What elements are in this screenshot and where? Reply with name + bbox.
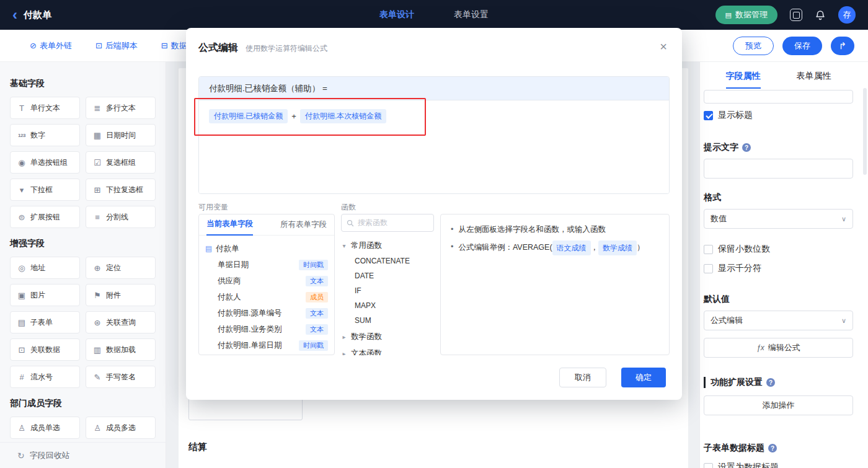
function-item[interactable]: IF (341, 283, 434, 298)
field-recycle-bin[interactable]: ↻ 字段回收站 (0, 442, 166, 468)
functions-label: 函数 (341, 202, 356, 213)
palette-field-item[interactable]: ▤ 子表单 (10, 311, 80, 333)
script-icon: ⊡ (95, 41, 102, 50)
variable-item[interactable]: 供应商 文本 (205, 273, 328, 289)
keep-decimals-checkbox[interactable] (704, 245, 713, 254)
palette-field-item[interactable]: ⚑ 附件 (86, 284, 156, 306)
palette-field-item[interactable]: ≣ 多行文本 (86, 97, 156, 119)
tab-all-form-fields[interactable]: 所有表单字段 (280, 214, 327, 236)
palette-section: 基础字段 T 单行文本 ≣ 多行文本 123 数字 ▦ 日期时间 ◉ 单选按钮组… (10, 78, 156, 228)
field-type-label: 数字 (30, 130, 45, 141)
palette-field-item[interactable]: ✎ 手写签名 (86, 366, 156, 388)
variable-item[interactable]: 单据日期 时间戳 (205, 257, 328, 273)
field-type-icon: 123 (16, 133, 28, 138)
tab-current-form-fields[interactable]: 当前表单字段 (206, 214, 253, 236)
tab-form-properties[interactable]: 表单属性 (797, 71, 831, 89)
confirm-button[interactable]: 确定 (621, 368, 666, 387)
palette-field-item[interactable]: ◉ 单选按钮组 (10, 151, 80, 174)
palette-field-item[interactable]: ♙ 成员多选 (86, 417, 156, 439)
palette-field-item[interactable]: ⊞ 下拉复选框 (86, 179, 156, 201)
variable-list: ▤ 付款单 单据日期 时间戳 供应商 文本 付款人 成员 付款明细.源单编号 文… (199, 236, 334, 353)
field-type-icon: ⊛ (91, 318, 104, 327)
back-icon[interactable]: ‹ (12, 7, 17, 22)
function-item[interactable]: MAPX (341, 298, 434, 313)
save-button[interactable]: 保存 (782, 37, 822, 55)
palette-field-item[interactable]: # 流水号 (10, 366, 80, 388)
help-question-icon[interactable]: ? (742, 143, 751, 152)
field-type-badge: 时间戳 (299, 260, 328, 270)
tab-form-design[interactable]: 表单设计 (379, 9, 414, 20)
palette-field-item[interactable]: ▣ 图片 (10, 284, 80, 306)
field-type-icon: ⊡ (16, 345, 28, 355)
palette-field-item[interactable]: ⊜ 扩展按钮 (10, 206, 80, 228)
form-external-link[interactable]: ⊘表单外链 (30, 40, 72, 51)
tab-field-properties[interactable]: 字段属性 (726, 71, 761, 89)
thousand-sep-checkbox[interactable] (704, 264, 713, 273)
palette-field-item[interactable]: ⊕ 定位 (86, 257, 156, 279)
function-item[interactable]: DATE (341, 268, 434, 283)
formula-input-area[interactable]: 付款明细.已核销金额+付款明细.本次核销金额 (199, 100, 669, 193)
bullet-icon: • (451, 241, 453, 253)
backend-script-link[interactable]: ⊡后端脚本 (95, 40, 138, 51)
palette-field-item[interactable]: ☑ 复选框组 (86, 151, 156, 174)
variables-panel: 当前表单字段 所有表单字段 ▤ 付款单 单据日期 时间戳 供应商 文本 付款人 … (198, 214, 335, 355)
function-item[interactable]: SUM (341, 313, 434, 328)
avatar[interactable]: 存 (838, 6, 856, 24)
function-group[interactable]: ▾ 常用函数 (341, 238, 434, 254)
formula-field-chip[interactable]: 付款明细.本次核销金额 (300, 109, 386, 123)
help-question-icon[interactable]: ? (766, 378, 775, 387)
variable-item[interactable]: 付款人 成员 (205, 289, 328, 305)
palette-field-item[interactable]: ⊛ 关联查询 (86, 311, 156, 333)
palette-field-item[interactable]: ≡ 分割线 (86, 206, 156, 228)
function-group[interactable]: ▸ 数学函数 (341, 329, 434, 345)
field-type-icon: ≣ (91, 104, 104, 113)
formula-expression: 付款明细.已核销金额+付款明细.本次核销金额 (209, 111, 386, 120)
tab-form-settings[interactable]: 表单设置 (454, 9, 489, 20)
variable-item[interactable]: 付款明细.单据日期 时间戳 (205, 337, 328, 353)
apps-icon[interactable] (790, 9, 802, 21)
palette-field-item[interactable]: ▥ 数据加载 (86, 338, 156, 361)
data-manage-icon: ▤ (725, 11, 732, 19)
field-type-label: 成员单选 (30, 423, 60, 433)
default-value-select[interactable]: 公式编辑∨ (704, 311, 853, 330)
caret-icon: ▸ (341, 350, 347, 355)
palette-field-item[interactable]: ◎ 地址 (10, 257, 80, 279)
field-title-input[interactable] (704, 90, 853, 104)
scrollbar-thumb[interactable] (863, 88, 867, 175)
add-action-button[interactable]: 添加操作 (704, 395, 853, 415)
variable-name: 单据日期 (218, 260, 249, 270)
palette-field-item[interactable]: ⊡ 关联数据 (10, 338, 80, 361)
show-title-checkbox[interactable] (704, 111, 713, 120)
hint-text-input[interactable] (704, 159, 853, 179)
edit-formula-button[interactable]: ƒx编辑公式 (704, 338, 853, 358)
help-question-icon[interactable]: ? (768, 444, 777, 453)
recycle-icon: ↻ (17, 451, 25, 461)
palette-field-item[interactable]: T 单行文本 (10, 97, 80, 119)
variable-item[interactable]: 付款明细.业务类别 文本 (205, 321, 328, 337)
dialog-header: 公式编辑 使用数学运算符编辑公式 × (186, 28, 682, 55)
set-data-title-checkbox[interactable] (704, 463, 713, 468)
variable-item[interactable]: 付款明细.源单编号 文本 (205, 305, 328, 321)
topbar-actions: ▤数据管理 存 (715, 6, 856, 24)
share-button[interactable]: ↱ (831, 37, 854, 55)
function-group[interactable]: ▸ 文本函数 (341, 346, 434, 355)
data-manage-button[interactable]: ▤数据管理 (715, 6, 777, 24)
cancel-button[interactable]: 取消 (559, 368, 606, 387)
close-icon[interactable]: × (660, 40, 667, 53)
format-select[interactable]: 数值∨ (704, 209, 853, 229)
variable-root-form[interactable]: ▤ 付款单 (205, 241, 328, 257)
notification-bell-icon[interactable] (815, 9, 826, 20)
field-type-icon: ≡ (91, 213, 104, 222)
palette-field-item[interactable]: ▾ 下拉框 (10, 179, 80, 201)
field-type-label: 多行文本 (106, 103, 136, 113)
field-type-icon: T (16, 104, 28, 113)
palette-field-item[interactable]: ▦ 日期时间 (86, 124, 156, 146)
field-type-label: 定位 (106, 263, 121, 273)
function-search-input[interactable]: 搜索函数 (341, 214, 434, 232)
preview-button[interactable]: 预览 (733, 37, 774, 55)
function-item[interactable]: CONCATENATE (341, 254, 434, 268)
palette-field-item[interactable]: 123 数字 (10, 124, 80, 146)
variable-rows: 单据日期 时间戳 供应商 文本 付款人 成员 付款明细.源单编号 文本 付款明细… (205, 257, 328, 353)
palette-field-item[interactable]: ♙ 成员单选 (10, 417, 80, 439)
formula-field-chip[interactable]: 付款明细.已核销金额 (209, 109, 288, 123)
